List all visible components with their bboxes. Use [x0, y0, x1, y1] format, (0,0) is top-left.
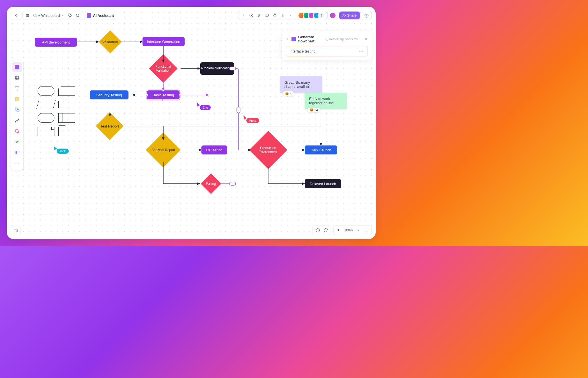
frame-tool[interactable]: [12, 73, 22, 83]
shape-parallelogram[interactable]: [36, 100, 56, 109]
cursor-eric: Eric: [200, 105, 211, 110]
node-test-report[interactable]: Test Report: [96, 112, 124, 140]
sticky-note-2[interactable]: Easy to work together online! 🤩 24: [305, 93, 347, 109]
ai-prompt-input[interactable]: Interface testing •••: [286, 46, 368, 56]
redo-button[interactable]: [322, 226, 330, 234]
close-icon[interactable]: [364, 37, 368, 41]
node-security-testing[interactable]: Security Testing: [90, 90, 128, 99]
table-tool[interactable]: [12, 147, 22, 158]
undo-button[interactable]: [314, 226, 322, 234]
ai-points-label: Remaining points:200: [325, 37, 359, 41]
node-production-environment[interactable]: Production Environment: [249, 131, 287, 169]
shape-cylinder[interactable]: [38, 113, 54, 123]
cursor-tool[interactable]: [335, 226, 343, 234]
svg-point-25: [17, 110, 19, 112]
connector-tool[interactable]: [12, 115, 22, 126]
minimap-toggle[interactable]: [11, 226, 21, 235]
avatar-overflow-count: 3: [318, 12, 325, 19]
node-dark-launch[interactable]: Dark Launch: [305, 145, 337, 154]
node-basic-testing[interactable]: Basic Testing: [147, 90, 180, 99]
bottom-right-controls: 100%: [313, 226, 372, 235]
collaborator-avatars[interactable]: 3: [298, 12, 325, 19]
svg-rect-45: [237, 107, 240, 113]
node-delayed-launch[interactable]: Delayed Launch: [305, 179, 341, 188]
loading-dots-icon: •••: [359, 49, 364, 53]
ai-panel-title: Generate flowchart: [298, 35, 323, 43]
svg-point-54: [16, 231, 17, 231]
more-tools-icon[interactable]: [287, 12, 295, 19]
top-toolbar: Whiteboard AI Assistant: [11, 11, 372, 20]
sync-status-icon: [38, 15, 40, 16]
templates-icon: [15, 65, 19, 69]
play-icon[interactable]: [247, 12, 255, 19]
node-validation[interactable]: Validation: [99, 30, 122, 53]
mindmap-tool[interactable]: [12, 137, 22, 147]
svg-rect-46: [229, 182, 236, 185]
confetti-icon[interactable]: [255, 12, 263, 19]
node-ci-testing[interactable]: CI Testing: [201, 145, 227, 154]
panel-back-icon[interactable]: [286, 37, 289, 41]
shape-rounded-rect[interactable]: [38, 86, 54, 96]
svg-point-26: [15, 121, 16, 122]
back-button[interactable]: [12, 12, 20, 19]
sticky-reaction[interactable]: 🤩 24: [307, 108, 320, 112]
cursor-jack: Jack: [57, 149, 69, 154]
ai-generate-panel: Generate flowchart Remaining points:200 …: [282, 31, 372, 60]
timer-icon[interactable]: [271, 12, 279, 19]
svg-rect-28: [15, 151, 19, 154]
search-button[interactable]: [74, 12, 82, 19]
svg-point-32: [17, 163, 17, 163]
help-icon[interactable]: [362, 12, 370, 19]
shape-card[interactable]: [58, 86, 75, 96]
ai-logo-icon: [291, 37, 296, 41]
svg-point-4: [76, 14, 79, 17]
zoom-level[interactable]: 100%: [343, 228, 355, 232]
tool-sidebar: [11, 60, 24, 170]
sticky-reaction[interactable]: 😆 6: [283, 91, 294, 96]
shape-tool[interactable]: [12, 105, 22, 115]
node-problem-notifications[interactable]: Problem Notifications: [200, 62, 234, 75]
shape-palette: [38, 86, 75, 140]
node-interface-generation[interactable]: Interface Generation: [143, 37, 185, 46]
ai-assistant-button[interactable]: AI Assistant: [84, 11, 116, 20]
node-failing[interactable]: Failing: [201, 173, 221, 194]
document-selector[interactable]: Whiteboard: [32, 13, 66, 18]
svg-point-27: [19, 119, 19, 120]
node-functional-validation[interactable]: Functional Validation: [149, 54, 178, 83]
app-window: Whiteboard AI Assistant: [7, 7, 376, 239]
current-user-avatar[interactable]: [329, 12, 336, 19]
text-tool[interactable]: [12, 83, 22, 94]
node-analysis-report[interactable]: Analysis Report: [146, 133, 181, 167]
templates-tool[interactable]: [12, 62, 22, 72]
ai-logo-icon: [87, 13, 91, 18]
menu-button[interactable]: [24, 12, 32, 19]
svg-line-5: [79, 16, 79, 17]
chart-icon[interactable]: [279, 12, 287, 19]
pen-tool[interactable]: [12, 126, 22, 136]
sticky-note-1[interactable]: Great! So many shapes available! 😆 6: [280, 76, 322, 93]
sticky-note-tool[interactable]: [12, 94, 22, 104]
shape-page[interactable]: [38, 127, 54, 136]
svg-marker-7: [251, 15, 252, 16]
svg-point-31: [15, 163, 16, 163]
document-name: Whiteboard: [41, 13, 60, 18]
svg-point-12: [343, 14, 344, 15]
shape-folder[interactable]: [58, 127, 75, 136]
expand-right-icon[interactable]: [240, 12, 247, 19]
svg-point-33: [18, 163, 19, 163]
shape-wave[interactable]: [58, 100, 75, 109]
svg-point-8: [274, 14, 276, 17]
zoom-dropdown[interactable]: [355, 226, 362, 234]
node-api-development[interactable]: API development: [35, 38, 77, 47]
tag-button[interactable]: [66, 12, 74, 19]
share-button[interactable]: Share: [339, 12, 360, 19]
more-tools[interactable]: [12, 158, 22, 168]
shape-table[interactable]: [58, 113, 75, 123]
fit-view-button[interactable]: [362, 226, 370, 234]
comment-icon[interactable]: [263, 12, 271, 19]
cursor-anna: Anna: [246, 118, 259, 123]
